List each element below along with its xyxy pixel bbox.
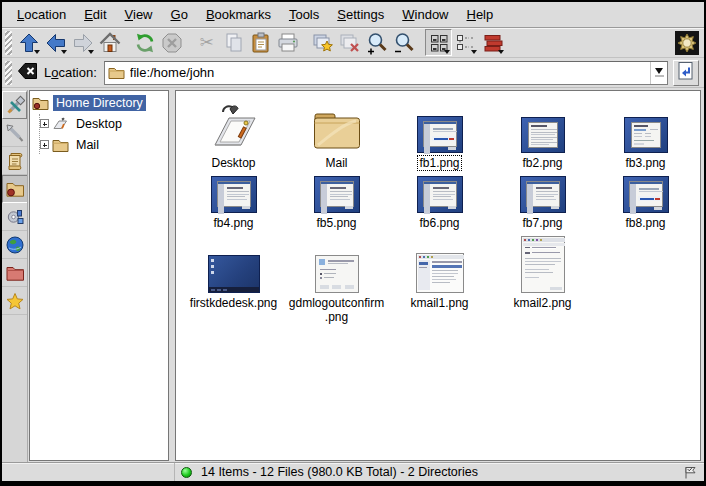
copy-button[interactable]: [220, 29, 247, 56]
sidebar-tab-home-folder[interactable]: [2, 175, 27, 203]
home-folder-icon: [5, 179, 25, 199]
file-label: firstkdedesk.png: [188, 295, 279, 311]
file-label: fb1.png: [417, 155, 461, 171]
preview-on-button[interactable]: [309, 29, 336, 56]
tree-expander-icon[interactable]: [40, 140, 49, 149]
chevron-down-icon: [655, 68, 663, 74]
file-item-fb2.png[interactable]: fb2.png: [491, 97, 594, 171]
configure-tools-icon: [5, 95, 25, 115]
file-label: fb4.png: [211, 215, 255, 231]
menu-item-tools[interactable]: Tools: [280, 4, 328, 25]
preview-off-button[interactable]: [336, 29, 363, 56]
thumb-form-icon: [624, 97, 668, 153]
menu-item-go[interactable]: Go: [162, 4, 197, 25]
menu-item-bookmarks[interactable]: Bookmarks: [197, 4, 280, 25]
icon-view-button[interactable]: [425, 29, 452, 56]
desktop-large-icon: [208, 97, 260, 153]
history-scroll-icon: [5, 151, 25, 171]
reload-button[interactable]: [131, 29, 158, 56]
bookmark-star-icon: [5, 291, 25, 311]
menu-item-location[interactable]: Location: [8, 4, 75, 25]
folder-tree-panel: Home DirectoryDesktopMail: [29, 90, 169, 461]
sidebar-tab-bookmark-star[interactable]: [2, 287, 27, 315]
file-item-fb5.png[interactable]: fb5.png: [285, 173, 388, 231]
location-combo[interactable]: [104, 61, 668, 85]
zoom-in-button[interactable]: [363, 29, 390, 56]
forward-arrow-button[interactable]: [69, 29, 96, 56]
home-button[interactable]: [96, 29, 123, 56]
location-input[interactable]: [130, 62, 650, 84]
file-grid: DesktopMailfb1.pngfb2.pngfb3.pngfb4.pngf…: [182, 97, 700, 325]
main-toolbar: ✂: [2, 28, 704, 58]
sidebar-tab-configure-tools[interactable]: [2, 91, 27, 119]
back-arrow-button[interactable]: [42, 29, 69, 56]
sidebar-tab-network-globe[interactable]: [2, 231, 27, 259]
dropdown-arrow-icon: [471, 50, 477, 54]
file-item-mail[interactable]: Mail: [285, 97, 388, 171]
file-item-kmail2.png[interactable]: kmail2.png: [491, 233, 594, 325]
file-item-fb6.png[interactable]: fb6.png: [388, 173, 491, 231]
zoom-out-icon: [392, 31, 416, 55]
home-icon: [98, 31, 122, 55]
menu-item-view[interactable]: View: [116, 4, 162, 25]
copy-icon: [222, 31, 246, 55]
thumb-wizard-icon: [211, 173, 257, 213]
menu-item-edit[interactable]: Edit: [75, 4, 115, 25]
go-button[interactable]: [673, 60, 699, 86]
tree-expander-icon[interactable]: [40, 119, 49, 128]
file-label: fb2.png: [520, 155, 564, 171]
preview-off-icon: [338, 31, 362, 55]
tree-item-mail[interactable]: Mail: [40, 135, 168, 154]
clear-location-icon: [16, 59, 40, 86]
sidebar-tab-history-scroll[interactable]: [2, 147, 27, 175]
dropdown-arrow-icon: [444, 50, 450, 54]
tree-item-desktop[interactable]: Desktop: [40, 114, 168, 133]
zoom-out-button[interactable]: [390, 29, 417, 56]
file-item-fb8.png[interactable]: fb8.png: [594, 173, 697, 231]
thumb-desktop-icon: [208, 233, 260, 293]
clear-location-button[interactable]: [15, 60, 41, 86]
thumb-wizard-logo-icon: [623, 173, 669, 213]
locationbar-drag-handle[interactable]: [5, 61, 12, 85]
file-label: fb5.png: [314, 215, 358, 231]
tree-view-button[interactable]: [452, 29, 479, 56]
file-item-gdmlogoutconfirm.png[interactable]: gdmlogoutconfirm.png: [285, 233, 388, 325]
location-dropdown-button[interactable]: [650, 62, 667, 84]
cut-button[interactable]: ✂: [193, 29, 220, 56]
file-item-firstkdedesk.png[interactable]: firstkdedesk.png: [182, 233, 285, 325]
nail-icon: [5, 123, 25, 143]
sidebar-tab-nail[interactable]: [2, 119, 27, 147]
file-item-fb4.png[interactable]: fb4.png: [182, 173, 285, 231]
stop-button[interactable]: [158, 29, 185, 56]
status-text: 14 Items - 12 Files (980.0 KB Total) - 2…: [201, 465, 478, 479]
menu-item-settings[interactable]: Settings: [328, 4, 393, 25]
file-item-fb7.png[interactable]: fb7.png: [491, 173, 594, 231]
dropdown-arrow-icon: [498, 50, 504, 54]
services-icon: [5, 207, 25, 227]
toolbar-drag-handle[interactable]: [5, 31, 12, 55]
menu-item-window[interactable]: Window: [393, 4, 457, 25]
detail-view-button[interactable]: [479, 29, 506, 56]
location-label: Location:: [44, 65, 97, 80]
file-label: Mail: [323, 155, 349, 171]
paste-button[interactable]: [247, 29, 274, 56]
file-item-fb3.png[interactable]: fb3.png: [594, 97, 697, 171]
print-button[interactable]: [274, 29, 301, 56]
menu-item-help[interactable]: Help: [458, 4, 503, 25]
preview-on-icon: [311, 31, 335, 55]
reload-icon: [133, 31, 157, 55]
linked-view-flag-icon[interactable]: [683, 465, 698, 480]
sidebar-tab-services[interactable]: [2, 203, 27, 231]
file-label: fb6.png: [417, 215, 461, 231]
sidebar-tab-root-folder[interactable]: [2, 259, 27, 287]
up-arrow-button[interactable]: [15, 29, 42, 56]
file-item-fb1.png[interactable]: fb1.png: [388, 97, 491, 171]
file-item-kmail1.png[interactable]: kmail1.png: [388, 233, 491, 325]
network-globe-icon: [5, 235, 25, 255]
tree-item-home-directory[interactable]: Home Directory: [32, 93, 168, 112]
folder-small-icon: [108, 65, 125, 80]
root-folder-icon: [5, 263, 25, 283]
folder-home-icon: [32, 95, 49, 111]
folder-large-icon: [312, 97, 362, 153]
file-item-desktop[interactable]: Desktop: [182, 97, 285, 171]
